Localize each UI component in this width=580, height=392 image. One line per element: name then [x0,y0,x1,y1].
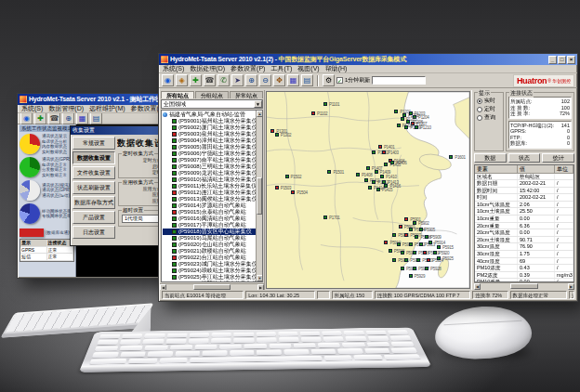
map-station-marker[interactable]: P1210 [415,125,418,129]
map-station-marker[interactable]: P5923 [416,258,420,262]
monitor-icon[interactable]: ▦ [76,112,88,124]
map-station-marker[interactable]: P5904 [409,228,413,231]
button-统计[interactable]: 统计 [542,153,574,163]
table-row[interactable]: 30cm温度76.90/ [475,243,573,251]
map-station-marker[interactable]: P5917 [401,251,404,255]
map-station-marker[interactable]: P1205 [401,117,404,121]
menu-item[interactable]: 视图(V) [297,64,319,73]
table-row[interactable]: 数据日期2002-02-21/ [475,180,573,188]
modem-icon[interactable]: ☎ [48,112,60,124]
scroll-up-icon[interactable]: ▲ [257,111,263,117]
map-station-marker[interactable]: P5924 [427,258,430,262]
refresh-icon[interactable]: ✚ [190,74,202,86]
map-station-marker[interactable]: P5922 [404,258,408,262]
cursor-icon[interactable]: ➤ [231,74,244,86]
tree-horizontal-scrollbar[interactable]: ◀ ▶ [160,283,264,290]
map-station-marker[interactable]: P5918 [413,251,416,255]
table-horizontal-scrollbar[interactable]: ◀ ▶ [474,282,574,289]
map-station-marker[interactable]: P1209 [404,125,408,129]
map-station-marker[interactable]: P5903 [399,225,402,229]
map-station-marker[interactable]: P1503 [275,186,279,189]
connect-icon[interactable]: ◉ [20,112,33,124]
minimize-button[interactable]: _ [548,56,557,64]
scroll-thumb[interactable] [257,177,262,215]
connect-icon[interactable]: ◉ [162,74,174,86]
map-station-marker[interactable]: P5913 [419,242,423,246]
dialog-nav-数据库存取方式[interactable]: 数据库存取方式 [72,196,115,209]
monitor-icon[interactable]: ▦ [287,74,299,86]
button-数据[interactable]: 数据 [474,153,507,163]
menu-item[interactable]: 远程维护(M) [89,104,125,113]
table-row[interactable]: 10cm重量0.00/ [475,216,573,223]
map-station-marker[interactable]: P5908 [415,235,418,239]
map-station-marker[interactable]: P1402 [372,150,376,154]
map-station-marker[interactable]: P1401 [378,145,382,149]
map-station-marker[interactable]: P5927 [413,267,416,270]
dialog-nav-文件收集设置[interactable]: 文件收集设置 [72,166,115,179]
menu-item[interactable]: 系统(S) [163,64,184,73]
map-station-marker[interactable]: P5920 [433,251,437,255]
scroll-left-icon[interactable]: ◀ [474,283,481,290]
scroll-down-icon[interactable]: ▼ [257,275,263,281]
map-station-marker[interactable]: P5915 [437,245,441,249]
table-row[interactable]: 20cm气体温度0.00/ [475,229,573,237]
map-station-marker[interactable]: P5926 [401,267,404,270]
database-icon[interactable]: ▤ [301,74,313,86]
map-station-marker[interactable]: P1208 [397,124,401,127]
dialog-nav-产品设置[interactable]: 产品设置 [72,211,115,224]
dialog-nav-日志设置[interactable]: 日志设置 [72,226,115,239]
zoom-out-icon[interactable]: ⊖ [259,74,271,86]
map-station-marker[interactable]: P5928 [425,267,428,270]
scroll-right-icon[interactable]: ▶ [568,283,574,290]
scroll-thumb[interactable] [510,283,538,289]
menu-item[interactable]: 工具(T) [270,64,292,73]
dialog-nav-常规设置[interactable]: 常规设置 [72,137,115,150]
radio-实时[interactable]: 实时 [477,97,501,105]
pan-icon[interactable]: ✥ [273,74,285,86]
table-row[interactable]: 20cm土壤湿度90.71/ [475,237,573,244]
radio-定时[interactable]: 定时 [477,105,501,113]
table-row[interactable]: PM2浓度0.39mg/m3 [475,272,573,280]
menu-item[interactable]: 数据处理(D) [190,64,225,73]
map-station-marker[interactable]: P5914 [428,241,432,244]
map-station-marker[interactable]: P1403 [382,150,386,154]
dialog-nav-状态刷新设置[interactable]: 状态刷新设置 [72,181,115,194]
dialog-nav-数据收集设置[interactable]: 数据收集设置 [72,151,115,164]
map-station-marker[interactable]: P5909 [425,235,428,239]
table-row[interactable]: 10cm气体温度2.06/ [475,202,573,209]
call-icon[interactable]: ✆ [218,74,230,86]
tab-异常站点[interactable]: 异常站点 [230,91,263,98]
serial-port-icon[interactable]: ◈ [176,74,188,86]
map-station-marker[interactable]: P1406 [390,161,394,164]
menu-item[interactable]: 数据管理(D) [48,104,84,113]
map-station-marker[interactable]: P1701 [323,216,327,219]
chevron-down-icon[interactable]: ▼ [254,100,262,108]
zoom-in-icon[interactable]: ⊕ [245,74,257,86]
map-station-marker[interactable]: P1501 [327,170,331,174]
map-station-marker[interactable]: P1414 [368,186,372,189]
map-station-marker[interactable]: P1101 [323,102,327,106]
table-row[interactable]: 30cm湿度1.75/ [475,251,573,258]
map-station-marker[interactable]: P1504 [291,190,295,194]
menu-item[interactable]: 帮助(H) [325,64,348,73]
zoom-in-icon[interactable]: ⊕ [62,112,74,124]
map-station-marker[interactable]: P1412 [372,180,376,184]
map-station-marker[interactable]: P1405 [384,163,388,166]
map-station-marker[interactable]: P5911 [397,242,401,246]
database-icon[interactable]: ▤ [90,112,102,124]
menu-item[interactable]: 参数设置(P) [231,64,265,73]
map-station-marker[interactable]: P5910 [384,241,388,244]
map-station-marker[interactable]: P1410 [380,175,384,178]
table-row[interactable]: PM10重量0.00/ [475,279,573,281]
map-station-marker[interactable]: P5916 [389,249,392,253]
table-row[interactable]: 区域名蔡甸站区 [475,174,573,181]
map-station-marker[interactable]: P1601 [449,155,453,159]
refresh-icon[interactable]: ✚ [34,112,46,124]
tree-vertical-scrollbar[interactable]: ▲ ▼ [256,111,262,281]
refresh-checkbox[interactable]: ✓ [336,77,343,84]
map-station-marker[interactable]: P1409 [375,170,378,174]
map-canvas[interactable]: P1101P1102P1201P1202P1203P1204P1205P1206… [266,91,470,289]
radio-查询[interactable]: 查询 [477,113,501,122]
map-station-marker[interactable]: P5921 [392,258,396,262]
map-station-marker[interactable]: P1407 [366,166,370,170]
